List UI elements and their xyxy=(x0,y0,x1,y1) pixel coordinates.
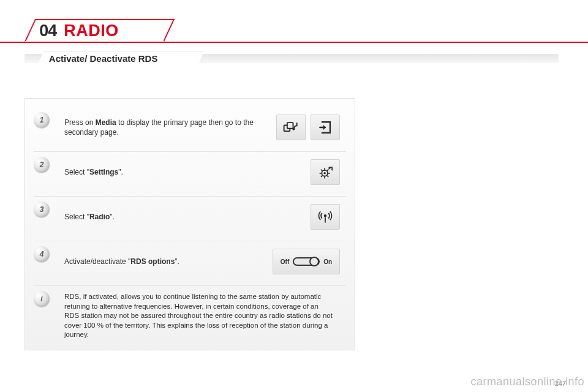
section-heading-row: Activate/ Deactivate RDS xyxy=(0,54,588,74)
chapter-title: RADIO xyxy=(64,21,119,40)
step-badge: 1 xyxy=(34,112,50,128)
settings-icon xyxy=(311,159,340,185)
step-badge: 2 xyxy=(34,157,50,173)
rds-toggle: Off On xyxy=(273,249,340,274)
info-text: RDS, if activated, allows you to continu… xyxy=(64,292,340,340)
step-text-bold: Settings xyxy=(89,168,118,176)
toggle-switch-graphic: Off On xyxy=(273,257,339,266)
step-text-pre: Select " xyxy=(64,213,89,221)
section-title: Activate/ Deactivate RDS xyxy=(49,53,158,64)
toggle-track xyxy=(293,257,320,266)
step-text-bold: Radio xyxy=(89,213,110,221)
step-text: Select "Radio". xyxy=(64,212,302,222)
svg-point-2 xyxy=(292,128,295,130)
toggle-knob xyxy=(309,257,319,266)
watermark: carmanualsonline.info xyxy=(470,375,584,388)
radio-antenna-icon xyxy=(311,204,340,230)
step-1: 1 Press on Media to display the primary … xyxy=(34,107,346,152)
instruction-card: 1 Press on Media to display the primary … xyxy=(24,98,355,350)
step-text: Activate/deactivate "RDS options". xyxy=(64,257,264,266)
chapter-number: 04 xyxy=(39,21,56,40)
toggle-on-label: On xyxy=(323,258,332,265)
step-icons xyxy=(311,204,340,230)
step-4: 4 Activate/deactivate "RDS options". Off… xyxy=(34,241,346,286)
chapter-header: 04 RADIO xyxy=(0,12,588,49)
svg-rect-5 xyxy=(331,167,333,168)
step-text-pre: Activate/deactivate " xyxy=(64,257,130,266)
header-rule xyxy=(0,42,588,43)
step-text-bold: Media xyxy=(96,118,116,127)
step-icons xyxy=(276,115,340,140)
manual-page: 04 RADIO Activate/ Deactivate RDS 1 Pres… xyxy=(0,0,588,350)
chapter-tab: 04 RADIO xyxy=(24,19,175,42)
svg-point-4 xyxy=(323,172,326,175)
step-text: Press on Media to display the primary pa… xyxy=(64,118,268,137)
section-tab: Activate/ Deactivate RDS xyxy=(37,51,204,66)
step-text: Select "Settings". xyxy=(64,167,302,177)
toggle-off-label: Off xyxy=(281,258,289,265)
step-text-post: ". xyxy=(175,257,179,266)
step-badge: 4 xyxy=(34,246,50,262)
step-text-pre: Select " xyxy=(64,168,89,176)
step-icons: Off On xyxy=(273,249,340,274)
step-text-post: ". xyxy=(110,213,115,221)
step-3: 3 Select "Radio". xyxy=(34,197,346,241)
step-text-bold: RDS options xyxy=(130,257,175,266)
svg-rect-6 xyxy=(331,168,333,170)
step-badge: 3 xyxy=(34,202,50,217)
step-2: 2 Select "Settings". xyxy=(34,152,346,197)
step-icons xyxy=(311,159,340,185)
media-icon xyxy=(276,115,306,140)
step-text-pre: Press on xyxy=(64,118,96,127)
info-note: i RDS, if activated, allows you to conti… xyxy=(34,286,346,342)
secondary-page-icon xyxy=(311,115,340,140)
svg-rect-1 xyxy=(287,123,293,129)
info-badge: i xyxy=(34,291,50,307)
step-text-post: ". xyxy=(118,168,123,176)
